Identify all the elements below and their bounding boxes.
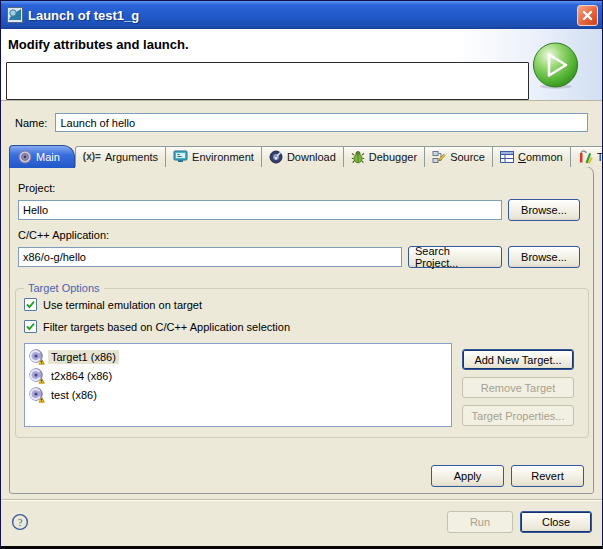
close-icon[interactable] xyxy=(577,5,598,26)
tab-bar: Main (x)= Arguments Environment Download xyxy=(9,144,602,167)
tab-tools-label: Tools xyxy=(597,151,603,163)
tab-common-label: Common xyxy=(518,151,563,163)
app-icon xyxy=(7,7,23,23)
tab-download-label: Download xyxy=(287,151,336,163)
status-message-box xyxy=(6,62,529,100)
application-browse-button[interactable]: Browse... xyxy=(508,246,580,268)
name-label: Name: xyxy=(15,117,47,129)
project-input[interactable] xyxy=(18,200,502,220)
search-project-button[interactable]: Search Project... xyxy=(408,246,502,268)
tab-source[interactable]: Source xyxy=(425,146,493,167)
name-input[interactable] xyxy=(55,113,588,132)
application-input[interactable] xyxy=(18,247,402,267)
tab-source-label: Source xyxy=(450,151,485,163)
use-terminal-checkbox[interactable] xyxy=(24,298,37,311)
dialog-body: Name: Main (x)= Arguments Environment xyxy=(1,101,602,546)
target-properties-button[interactable]: Target Properties... xyxy=(462,405,574,426)
launch-dialog: Launch of test1_g Modify attributes and … xyxy=(0,0,603,549)
target-warning-icon xyxy=(28,387,45,403)
run-play-icon[interactable] xyxy=(532,42,579,89)
tools-icon xyxy=(578,150,593,164)
tab-environment-label: Environment xyxy=(192,151,254,163)
target-list-item[interactable]: Target1 (x86) xyxy=(28,347,451,366)
remove-target-button[interactable]: Remove Target xyxy=(462,377,574,398)
target-options-title: Target Options xyxy=(24,282,104,294)
add-new-target-button[interactable]: Add New Target... xyxy=(462,349,574,370)
project-row: Browse... xyxy=(18,199,593,221)
tab-arguments[interactable]: (x)= Arguments xyxy=(75,146,166,167)
apply-button[interactable]: Apply xyxy=(431,465,504,487)
header-message: Modify attributes and launch. xyxy=(1,29,602,52)
window-title: Launch of test1_g xyxy=(28,8,572,23)
target-options-group: Target Options Use terminal emulation on… xyxy=(15,288,589,438)
name-row: Name: xyxy=(15,113,588,132)
use-terminal-label[interactable]: Use terminal emulation on target xyxy=(43,299,202,311)
header-banner: Modify attributes and launch. xyxy=(1,29,602,101)
tab-debugger-label: Debugger xyxy=(369,151,417,163)
filter-targets-checkbox[interactable] xyxy=(24,320,37,333)
tab-main[interactable]: Main xyxy=(9,145,75,168)
footer: ? Run Close xyxy=(1,501,602,533)
apply-revert-row: Apply Revert xyxy=(431,465,584,487)
target-warning-icon xyxy=(28,368,45,384)
svg-text:?: ? xyxy=(18,517,23,528)
targets-area: Target1 (x86) t2x864 (x86) xyxy=(24,343,580,427)
common-icon xyxy=(500,151,514,163)
tab-main-label: Main xyxy=(36,151,60,163)
environment-icon xyxy=(173,150,188,163)
help-icon[interactable]: ? xyxy=(11,513,29,531)
arguments-icon: (x)= xyxy=(83,151,101,162)
target-list[interactable]: Target1 (x86) t2x864 (x86) xyxy=(24,343,452,427)
project-browse-button[interactable]: Browse... xyxy=(508,199,580,221)
project-label: Project: xyxy=(18,182,593,194)
tab-arguments-label: Arguments xyxy=(105,151,158,163)
target-warning-icon xyxy=(28,349,45,365)
target-list-item[interactable]: test (x86) xyxy=(28,385,451,404)
debugger-icon xyxy=(351,150,365,164)
close-button[interactable]: Close xyxy=(520,511,592,533)
tab-common[interactable]: Common xyxy=(493,146,571,167)
application-label: C/C++ Application: xyxy=(18,229,593,241)
filter-targets-label[interactable]: Filter targets based on C/C++ Applicatio… xyxy=(43,321,290,333)
target-buttons: Add New Target... Remove Target Target P… xyxy=(462,343,574,427)
titlebar: Launch of test1_g xyxy=(1,1,602,29)
main-icon xyxy=(18,150,32,164)
target-list-item[interactable]: t2x864 (x86) xyxy=(28,366,451,385)
tab-download[interactable]: Download xyxy=(262,146,344,167)
use-terminal-row: Use terminal emulation on target xyxy=(24,298,588,311)
source-icon xyxy=(432,150,446,164)
main-tab-panel: Project: Browse... C/C++ Application: Se… xyxy=(9,166,594,494)
tab-debugger[interactable]: Debugger xyxy=(344,146,425,167)
run-button[interactable]: Run xyxy=(447,511,513,533)
download-icon xyxy=(269,150,283,164)
revert-button[interactable]: Revert xyxy=(511,465,584,487)
filter-targets-row: Filter targets based on C/C++ Applicatio… xyxy=(24,320,588,333)
application-row: Search Project... Browse... xyxy=(18,246,593,268)
tab-environment[interactable]: Environment xyxy=(166,146,262,167)
tab-tools[interactable]: Tools xyxy=(571,146,603,167)
